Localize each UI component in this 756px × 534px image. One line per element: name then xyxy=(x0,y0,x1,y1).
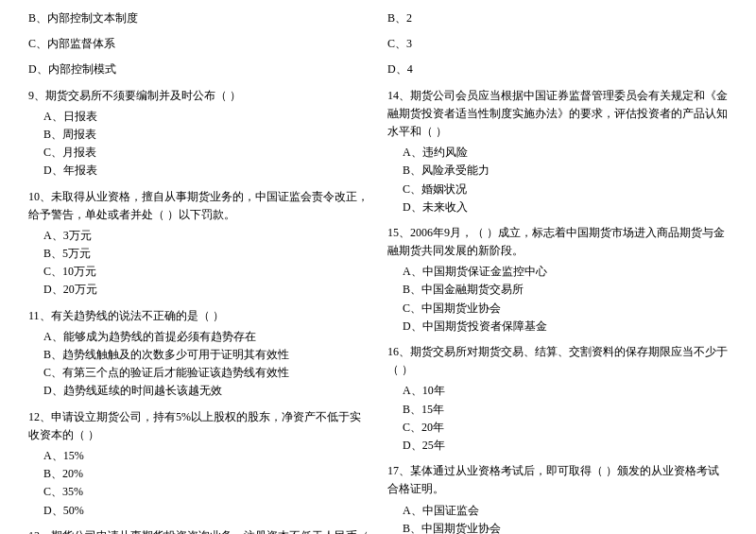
question-block: 10、未取得从业资格，擅自从事期货业务的，中国证监会责令改正，给予警告，单处或者… xyxy=(28,188,369,300)
question-text: 12、申请设立期货公司，持有5%以上股权的股东，净资产不低于实收资本的（ ） xyxy=(28,408,369,444)
option-text: A、中国期货保证金监控中心 xyxy=(403,263,728,281)
question-text: 10、未取得从业资格，擅自从事期货业务的，中国证监会责令改正，给予警告，单处或者… xyxy=(28,188,369,224)
option-text: D、20万元 xyxy=(43,281,369,299)
question-block: 9、期货交易所不须要编制并及时公布（ ）A、日报表B、周报表C、月报表D、年报表 xyxy=(28,87,369,181)
option-text: A、中国证监会 xyxy=(403,502,728,520)
option-text: D、年报表 xyxy=(43,162,369,180)
question-block: 16、期货交易所对期货交易、结算、交割资料的保存期限应当不少于（ ）A、10年B… xyxy=(387,343,728,455)
option-text: B、20% xyxy=(43,465,369,483)
question-block: B、内部控制文本制度 xyxy=(28,9,369,27)
option-text: D、50% xyxy=(43,502,369,520)
option-text: A、能够成为趋势线的首提必须有趋势存在 xyxy=(43,328,369,346)
question-block: 14、期货公司会员应当根据中国证券监督管理委员会有关规定和《金融期货投资者适当性… xyxy=(387,87,728,216)
question-text: 16、期货交易所对期货交易、结算、交割资料的保存期限应当不少于（ ） xyxy=(387,343,728,379)
option-text: B、周报表 xyxy=(43,126,369,144)
question-text: 14、期货公司会员应当根据中国证券监督管理委员会有关规定和《金融期货投资者适当性… xyxy=(387,87,728,142)
question-block: 13、期货公司申请从事期货投资咨询业务，注册资本不低于人民币（ ）亿元。A、1 xyxy=(28,527,369,534)
right-column: B、2C、3D、414、期货公司会员应当根据中国证券监督管理委员会有关规定和《金… xyxy=(387,9,728,534)
option-text: B、5万元 xyxy=(43,245,369,263)
option-text: D、中国期货投资者保障基金 xyxy=(403,318,728,336)
option-text: A、3万元 xyxy=(43,227,369,245)
question-text: 11、有关趋势线的说法不正确的是（ ） xyxy=(28,307,369,325)
content-columns: B、内部控制文本制度C、内部监督体系D、内部控制模式9、期货交易所不须要编制并及… xyxy=(28,9,728,534)
option-text: C、中国期货业协会 xyxy=(403,300,728,318)
exam-page: B、内部控制文本制度C、内部监督体系D、内部控制模式9、期货交易所不须要编制并及… xyxy=(0,0,756,534)
question-text: D、4 xyxy=(387,60,728,78)
question-block: 17、某体通过从业资格考试后，即可取得（ ）颁发的从业资格考试合格证明。A、中国… xyxy=(387,462,728,534)
question-text: 17、某体通过从业资格考试后，即可取得（ ）颁发的从业资格考试合格证明。 xyxy=(387,462,728,498)
question-text: C、3 xyxy=(387,35,728,53)
option-text: C、10万元 xyxy=(43,263,369,281)
option-text: A、10年 xyxy=(403,382,728,400)
option-text: D、未来收入 xyxy=(403,198,728,216)
question-block: B、2 xyxy=(387,9,728,27)
option-text: A、日报表 xyxy=(43,108,369,126)
option-text: B、风险承受能力 xyxy=(403,162,728,180)
question-block: 12、申请设立期货公司，持有5%以上股权的股东，净资产不低于实收资本的（ ）A、… xyxy=(28,408,369,520)
left-column: B、内部控制文本制度C、内部监督体系D、内部控制模式9、期货交易所不须要编制并及… xyxy=(28,9,369,534)
question-text: B、内部控制文本制度 xyxy=(28,9,369,27)
option-text: C、有第三个点的验证后才能验证该趋势线有效性 xyxy=(43,364,369,382)
question-block: C、内部监督体系 xyxy=(28,35,369,53)
option-text: A、违约风险 xyxy=(403,144,728,162)
question-text: 13、期货公司申请从事期货投资咨询业务，注册资本不低于人民币（ ）亿元。 xyxy=(28,527,369,534)
option-text: B、趋势线触触及的次数多少可用于证明其有效性 xyxy=(43,346,369,364)
question-block: 15、2006年9月，（ ）成立，标志着中国期货市场进入商品期货与金融期货共同发… xyxy=(387,224,728,336)
question-block: 11、有关趋势线的说法不正确的是（ ）A、能够成为趋势线的首提必须有趋势存在B、… xyxy=(28,307,369,401)
option-text: D、25年 xyxy=(403,437,728,455)
question-text: 9、期货交易所不须要编制并及时公布（ ） xyxy=(28,87,369,105)
question-block: D、4 xyxy=(387,60,728,78)
question-block: D、内部控制模式 xyxy=(28,60,369,78)
option-text: B、中国期货业协会 xyxy=(403,520,728,534)
option-text: C、35% xyxy=(43,483,369,501)
question-text: B、2 xyxy=(387,9,728,27)
option-text: C、婚姻状况 xyxy=(403,181,728,198)
option-text: B、15年 xyxy=(403,401,728,419)
question-block: C、3 xyxy=(387,35,728,53)
option-text: D、趋势线延续的时间越长该越无效 xyxy=(43,382,369,400)
option-text: B、中国金融期货交易所 xyxy=(403,281,728,299)
question-text: C、内部监督体系 xyxy=(28,35,369,53)
question-text: 15、2006年9月，（ ）成立，标志着中国期货市场进入商品期货与金融期货共同发… xyxy=(387,224,728,260)
question-text: D、内部控制模式 xyxy=(28,60,369,78)
option-text: C、月报表 xyxy=(43,144,369,162)
option-text: A、15% xyxy=(43,447,369,465)
option-text: C、20年 xyxy=(403,419,728,437)
